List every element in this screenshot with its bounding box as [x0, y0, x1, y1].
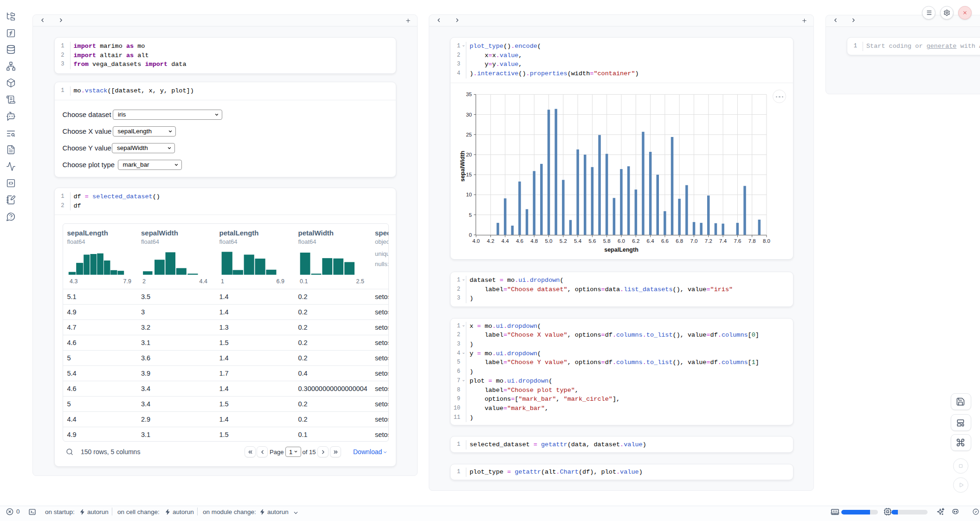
svg-text:4.0: 4.0: [472, 238, 480, 244]
svg-text:6.8: 6.8: [676, 238, 683, 244]
svg-text:5.6: 5.6: [588, 238, 596, 244]
svg-text:0: 0: [469, 232, 472, 238]
svg-text:4.6: 4.6: [516, 238, 523, 244]
svg-text:15: 15: [466, 172, 472, 177]
svg-text:5.8: 5.8: [603, 238, 611, 244]
svg-text:10: 10: [466, 192, 472, 197]
svg-text:6.4: 6.4: [647, 238, 655, 244]
svg-text:5.4: 5.4: [574, 238, 582, 244]
svg-text:8.0: 8.0: [763, 238, 770, 244]
svg-text:7.0: 7.0: [690, 238, 698, 244]
svg-text:4.2: 4.2: [487, 238, 494, 244]
svg-text:4.8: 4.8: [530, 238, 538, 244]
svg-text:7.8: 7.8: [748, 238, 756, 244]
svg-text:5: 5: [469, 212, 472, 218]
svg-text:25: 25: [466, 132, 472, 137]
svg-text:6.0: 6.0: [618, 238, 625, 244]
svg-text:6.2: 6.2: [632, 238, 639, 244]
svg-text:30: 30: [466, 112, 472, 117]
svg-text:20: 20: [466, 152, 472, 157]
svg-text:sepalLength: sepalLength: [604, 247, 638, 253]
svg-text:35: 35: [466, 91, 472, 97]
svg-text:sepalWidth: sepalWidth: [459, 151, 466, 182]
svg-text:7.2: 7.2: [705, 238, 712, 244]
svg-text:7.6: 7.6: [734, 238, 741, 244]
svg-text:7.4: 7.4: [719, 238, 727, 244]
svg-text:4.4: 4.4: [502, 238, 509, 244]
svg-text:5.2: 5.2: [560, 238, 567, 244]
svg-text:5.0: 5.0: [545, 238, 553, 244]
svg-text:6.6: 6.6: [661, 238, 669, 244]
